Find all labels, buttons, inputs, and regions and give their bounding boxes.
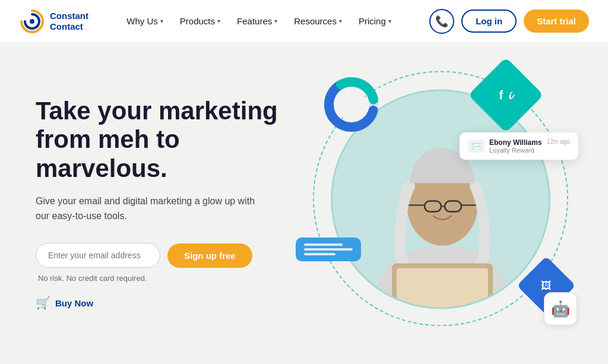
logo-text: Constant Contact bbox=[50, 11, 88, 32]
social-icons: f 𝓲 bbox=[499, 88, 512, 102]
svg-point-1 bbox=[30, 19, 34, 24]
svg-rect-12 bbox=[397, 268, 488, 309]
phone-icon: 📞 bbox=[435, 15, 448, 28]
hero-right: f 𝓲 ✉️ Ebony Williams Loyalty Reward 12m… bbox=[309, 43, 572, 364]
buy-now-link[interactable]: 🛒 Buy Now bbox=[36, 296, 309, 310]
hero-form: Sign up free bbox=[36, 243, 309, 268]
hero-disclaimer: No risk. No credit card required. bbox=[38, 274, 309, 283]
navbar: Constant Contact Why Us ▾ Products ▾ Fea… bbox=[0, 0, 608, 43]
image-icon: 🖼 bbox=[541, 279, 552, 292]
chevron-down-icon: ▾ bbox=[339, 18, 342, 24]
hero-subheading: Give your email and digital marketing a … bbox=[36, 194, 261, 224]
chevron-down-icon: ▾ bbox=[160, 18, 163, 24]
nav-item-pricing[interactable]: Pricing ▾ bbox=[352, 11, 398, 31]
start-trial-button[interactable]: Start trial bbox=[524, 10, 589, 33]
chat-line-2 bbox=[304, 248, 353, 251]
nav-item-why-us[interactable]: Why Us ▾ bbox=[119, 11, 170, 31]
phone-button[interactable]: 📞 bbox=[429, 9, 454, 34]
donut-chart bbox=[322, 75, 381, 134]
nav-item-resources[interactable]: Resources ▾ bbox=[287, 11, 349, 31]
hero-section: Take your marketing from meh to marvelou… bbox=[0, 43, 608, 364]
hero-heading: Take your marketing from meh to marvelou… bbox=[36, 97, 309, 183]
bot-icon: 🤖 bbox=[544, 292, 577, 325]
logo[interactable]: Constant Contact bbox=[19, 8, 88, 34]
chat-line-1 bbox=[304, 243, 343, 246]
chevron-down-icon: ▾ bbox=[388, 18, 391, 24]
logo-icon bbox=[19, 8, 45, 34]
nav-links: Why Us ▾ Products ▾ Features ▾ Resources… bbox=[119, 11, 398, 31]
notification-card: ✉️ Ebony Williams Loyalty Reward 12m ago bbox=[460, 132, 578, 160]
hero-left: Take your marketing from meh to marvelou… bbox=[36, 97, 309, 310]
chevron-down-icon: ▾ bbox=[274, 18, 277, 24]
envelope-icon: ✉️ bbox=[468, 140, 484, 153]
nav-actions: 📞 Log in Start trial bbox=[429, 9, 589, 34]
notification-content: Ebony Williams Loyalty Reward bbox=[489, 138, 542, 154]
login-button[interactable]: Log in bbox=[461, 10, 517, 33]
nav-item-features[interactable]: Features ▾ bbox=[230, 11, 284, 31]
email-input[interactable] bbox=[36, 243, 160, 268]
chevron-down-icon: ▾ bbox=[217, 18, 220, 24]
cart-icon: 🛒 bbox=[36, 296, 50, 310]
nav-item-products[interactable]: Products ▾ bbox=[173, 11, 227, 31]
svg-point-16 bbox=[336, 89, 367, 120]
signup-button[interactable]: Sign up free bbox=[167, 243, 252, 268]
